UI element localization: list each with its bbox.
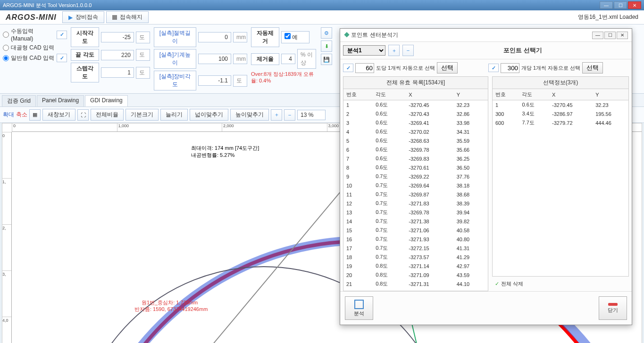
radio-cad-general[interactable]: 일반형 CAD 입력 <box>3 54 55 62</box>
dialog-minimize-button[interactable]: — <box>592 32 603 39</box>
connect-button[interactable]: ▶ 장비접속 <box>62 11 104 23</box>
radio-manual[interactable]: 수동입력(Manual) <box>3 27 55 42</box>
table-row[interactable]: 170.7도-3272.1541.31 <box>343 244 488 253</box>
close-dialog-button[interactable]: 닫기 <box>599 296 627 320</box>
table-row[interactable]: 50.6도-3268.6335.59 <box>343 136 488 145</box>
table-row[interactable]: 200.8도-3271.0943.59 <box>343 270 488 279</box>
auto-remove-checkbox[interactable]: 예 <box>281 31 309 43</box>
table-row[interactable]: 220.8도-3272.0844.37 <box>343 288 488 291</box>
window-title-text: ARGOS-MINI 분석 Tool Version1.0.0.0 <box>3 2 92 9</box>
stop-icon <box>112 15 117 20</box>
download-icon-button[interactable]: ⬇ <box>321 41 332 52</box>
device-angle-value[interactable]: -1.1 <box>198 75 231 86</box>
dialog-close-button[interactable]: ✕ <box>617 32 628 39</box>
tab-gdi-drawing[interactable]: GDI Drawing <box>85 95 128 106</box>
close-icon <box>608 303 618 306</box>
disconnect-button[interactable]: 접속해지 <box>106 11 149 23</box>
table-row[interactable]: 190.8도-3271.1442.97 <box>343 261 488 270</box>
refresh-button[interactable]: 새창보기 <box>42 109 75 121</box>
analysis-dropdown[interactable]: 분석1 <box>343 45 385 56</box>
table-row[interactable]: 70.6도-3269.8336.25 <box>343 154 488 163</box>
base-size-button[interactable]: 기본크기 <box>125 109 159 121</box>
check-icon[interactable]: ✓ <box>57 31 67 39</box>
table-row[interactable]: 60.6도-3269.7835.66 <box>343 145 488 154</box>
remove-rate-value[interactable]: 4 <box>281 54 295 64</box>
plus-icon[interactable]: ＋ <box>271 109 282 121</box>
table-row[interactable]: 90.7도-3269.2237.76 <box>343 172 488 181</box>
dialog-maximize-button[interactable]: ☐ <box>604 32 616 39</box>
table-row[interactable]: 100.7도-3269.6438.18 <box>343 181 488 190</box>
table-row[interactable]: 180.7도-3273.5741.29 <box>343 253 488 261</box>
fit-icon[interactable]: ⛶ <box>77 109 89 121</box>
close-button[interactable]: ✕ <box>628 1 641 9</box>
ruler-vertical: 01,2,3,4,0 <box>2 132 12 343</box>
per-degree-input[interactable] <box>355 63 374 73</box>
remove-icon-button[interactable]: − <box>402 45 414 56</box>
loaded-file-label: 영동16_1번.xml Loaded <box>578 13 644 21</box>
start-angle-value[interactable]: -25 <box>101 32 134 42</box>
minus-icon[interactable]: − <box>284 109 295 121</box>
selection-header: 선택정보(3개) <box>493 77 628 89</box>
delete-all-button[interactable]: ✓ 전체 삭제 <box>492 279 629 288</box>
step-angle-value[interactable]: 1 <box>101 67 134 78</box>
end-angle-value[interactable]: 220 <box>101 50 134 60</box>
point-selector-heading: 포인트 선택기 <box>417 46 629 55</box>
table-row[interactable]: 140.7도-3271.3839.82 <box>343 217 488 226</box>
auto-remove-label: 자동제거 <box>251 27 279 47</box>
table-row[interactable]: 10.6도-3270.4532.23 <box>493 100 628 110</box>
maximize-button[interactable]: ☐ <box>614 1 627 9</box>
cut-length-value[interactable]: 0 <box>198 32 231 42</box>
radio-cad-bone[interactable]: 대골형 CAD 입력 <box>3 44 55 52</box>
select-button-2[interactable]: 선택 <box>582 62 603 74</box>
app-header: ARGOS-MINI ▶ 장비접속 접속해지 영동16_1번.xml Loade… <box>0 10 644 24</box>
window-controls: — ☐ ✕ <box>600 1 641 9</box>
minimize-button[interactable]: — <box>600 1 613 9</box>
annotation-deform-rate: 내공변형률: 5.27% <box>191 152 234 159</box>
device-angle-label: [실측]장비각도 <box>154 71 196 90</box>
check-icon[interactable]: ✓ <box>488 64 499 72</box>
check-icon[interactable]: ✓ <box>57 54 67 62</box>
zoom-out-button[interactable]: 축소 <box>16 111 27 119</box>
dialog-titlebar[interactable]: ◆ 포인트 센터분석기 — ☐ ✕ <box>340 29 632 42</box>
selection-scroll[interactable]: 번호각도XY 10.6도-3270.4532.233003.4도-3286.97… <box>493 89 628 276</box>
check-icon[interactable]: ✓ <box>343 64 353 72</box>
tab-verify-grid[interactable]: 검증 Grid <box>2 95 36 106</box>
fit-all-button[interactable]: 전체비율 <box>91 109 124 121</box>
start-angle-label: 시작각도 <box>71 27 99 47</box>
table-row[interactable]: 210.8도-3271.3144.10 <box>343 279 488 288</box>
grid-icon[interactable]: ▦ <box>29 109 41 121</box>
table-row[interactable]: 130.7도-3269.7839.94 <box>343 208 488 217</box>
table-row[interactable]: 150.7도-3271.0640.58 <box>343 226 488 235</box>
analyze-button[interactable]: 분석 <box>345 296 373 320</box>
valid-list-table: 번호각도XY 10.6도-3270.4532.2320.6도-3270.4332… <box>343 89 488 291</box>
table-row[interactable]: 110.7도-3269.8738.68 <box>343 190 488 199</box>
table-row[interactable]: 160.7도-3271.9340.80 <box>343 235 488 244</box>
analyze-icon <box>354 300 364 309</box>
valid-list-header: 전체 유효 목록[1534개] <box>343 77 488 89</box>
per-count-input[interactable] <box>501 63 519 73</box>
table-row[interactable]: 10.6도-3270.4532.23 <box>343 100 488 110</box>
table-row[interactable]: 80.6도-3270.6136.50 <box>343 163 488 172</box>
stretch-button[interactable]: 늘리기 <box>160 109 188 121</box>
table-row[interactable]: 120.7도-3271.8338.39 <box>343 199 488 208</box>
table-row[interactable]: 30.6도-3269.4133.98 <box>343 118 488 127</box>
fit-width-button[interactable]: 넓이맞추기 <box>190 109 228 121</box>
window-titlebar: ARGOS-MINI 분석 Tool Version1.0.0.0 — ☐ ✕ <box>0 0 644 10</box>
tab-panel-drawing[interactable]: Panel Drawing <box>37 95 84 106</box>
zoom-in-button[interactable]: 확대 <box>3 111 14 119</box>
add-icon-button[interactable]: ＋ <box>388 45 400 56</box>
fit-height-button[interactable]: 높이맞추기 <box>230 109 269 121</box>
step-angle-label: 스텝각도 <box>71 63 99 82</box>
table-row[interactable]: 6007.7도-3279.72444.46 <box>493 118 628 127</box>
table-row[interactable]: 3003.4도-3286.97195.56 <box>493 109 628 118</box>
select-button-1[interactable]: 선택 <box>437 62 458 74</box>
valid-list-scroll[interactable]: 번호각도XY 10.6도-3270.4532.2320.6도-3270.4332… <box>343 89 488 291</box>
save-icon-button[interactable]: 💾 <box>321 54 332 65</box>
table-row[interactable]: 20.6도-3270.4332.86 <box>343 109 488 118</box>
remove-rate-label: 제거율 <box>251 53 279 65</box>
gear-icon-button[interactable]: ⚙ <box>321 27 332 39</box>
annotation-circle-center: 원1번_중심차: 1,720mm <box>142 299 198 306</box>
machine-height-value[interactable]: 100 <box>198 54 231 64</box>
cut-length-label: [실측]절벽길이 <box>154 27 196 47</box>
table-row[interactable]: 40.6도-3270.0234.31 <box>343 127 488 136</box>
